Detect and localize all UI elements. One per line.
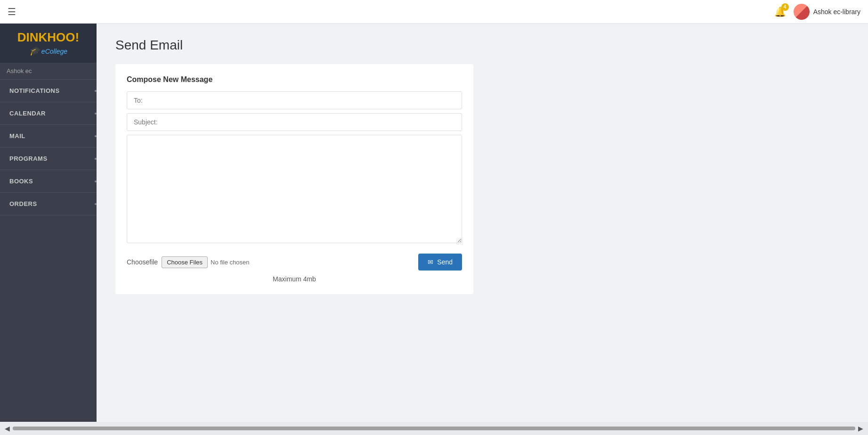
file-row: Choosefile Choose Files No file chosen ✉… <box>127 254 462 271</box>
logo-char: H <box>47 30 56 44</box>
page-title: Send Email <box>115 38 849 53</box>
dot-indicator <box>95 135 97 137</box>
logo-char: ! <box>75 30 80 44</box>
notification-badge: 4 <box>781 3 789 11</box>
logo-char: N <box>30 30 39 44</box>
user-name-label: Ashok ec-library <box>813 8 860 16</box>
dot-indicator <box>95 90 97 92</box>
compose-title: Compose New Message <box>127 75 462 84</box>
logo-area: DINKHOO! 🎓eCollege <box>0 24 97 63</box>
logo-text: DINKHOO! 🎓eCollege <box>5 30 92 56</box>
to-field[interactable] <box>127 91 462 109</box>
sidebar-item-calendar[interactable]: CALENDAR <box>0 102 97 125</box>
top-header: ☰ 🔔 4 Ashok ec-library <box>0 0 868 24</box>
scroll-thumb <box>13 427 855 430</box>
notification-bell[interactable]: 🔔 4 <box>774 6 786 17</box>
logo-char: K <box>39 30 48 44</box>
sidebar-item-books[interactable]: BOOKS <box>0 170 97 193</box>
content-area: Send Email Compose New Message Choosefil… <box>97 24 868 435</box>
dot-indicator <box>95 158 97 160</box>
header-left: ☰ <box>8 6 21 17</box>
dot-indicator <box>95 113 97 115</box>
compose-card: Compose New Message Choosefile Choose Fi… <box>115 64 473 294</box>
dot-indicator <box>95 203 97 205</box>
scroll-track[interactable] <box>13 427 855 430</box>
logo-char: O <box>56 30 65 44</box>
sidebar-item-notifications[interactable]: NOTIFICATIONS <box>0 80 97 102</box>
sidebar: DINKHOO! 🎓eCollege Ashok ec NOTIFICATION… <box>0 24 97 435</box>
subject-field[interactable] <box>127 113 462 131</box>
cap-icon: 🎓 <box>29 46 40 56</box>
choose-files-button[interactable]: Choose Files <box>162 256 208 268</box>
sidebar-item-orders[interactable]: ORDERS <box>0 193 97 215</box>
dot-indicator <box>95 181 97 182</box>
logo-char: I <box>26 30 30 44</box>
avatar <box>794 4 810 20</box>
logo-char: D <box>17 30 26 44</box>
file-left: Choosefile Choose Files No file chosen <box>127 256 249 268</box>
file-label: Choosefile <box>127 258 158 266</box>
main-wrapper: DINKHOO! 🎓eCollege Ashok ec NOTIFICATION… <box>0 24 868 435</box>
scroll-right-arrow[interactable]: ▶ <box>858 425 863 432</box>
hamburger-icon[interactable]: ☰ <box>8 6 16 17</box>
sidebar-item-mail[interactable]: MAIL <box>0 125 97 148</box>
sidebar-item-programs[interactable]: PROGRAMS <box>0 148 97 170</box>
file-input-wrapper: Choose Files No file chosen <box>162 256 249 268</box>
logo-sub: 🎓eCollege <box>5 46 92 56</box>
max-size-text: Maximum 4mb <box>127 275 462 283</box>
envelope-icon: ✉ <box>428 258 433 266</box>
message-body[interactable] <box>127 135 462 243</box>
logo-char: O <box>65 30 75 44</box>
no-file-text: No file chosen <box>211 259 249 266</box>
send-button[interactable]: ✉ Send <box>418 254 462 271</box>
header-right: 🔔 4 Ashok ec-library <box>774 4 860 20</box>
bottom-scrollbar[interactable]: ◀ ▶ <box>0 422 868 435</box>
sidebar-nav: NOTIFICATIONS CALENDAR MAIL PROGRAMS BOO… <box>0 80 97 435</box>
user-area[interactable]: Ashok ec-library <box>794 4 860 20</box>
sidebar-user: Ashok ec <box>0 63 97 80</box>
scroll-left-arrow[interactable]: ◀ <box>5 425 10 432</box>
send-label: Send <box>437 258 453 266</box>
